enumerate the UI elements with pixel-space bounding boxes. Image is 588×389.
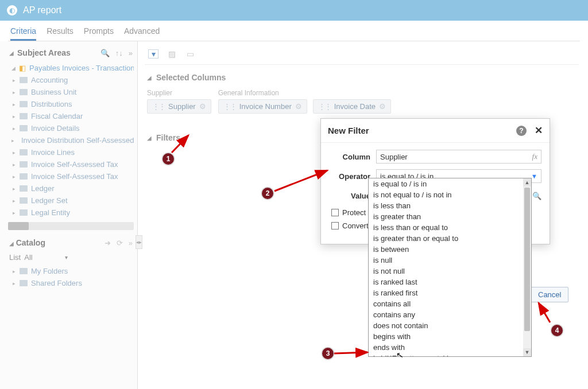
drag-handle-icon[interactable]: ⋮⋮ xyxy=(318,102,331,111)
properties-toolbar-icon[interactable]: ▭ xyxy=(185,49,195,59)
tab-criteria[interactable]: Criteria xyxy=(10,26,36,41)
checkbox-icon xyxy=(331,209,339,216)
selected-columns-title: Selected Columns xyxy=(156,73,226,82)
search-icon[interactable]: 🔍 xyxy=(532,192,541,200)
operator-option[interactable]: is less than xyxy=(369,200,531,211)
catalog-tree: ▸My Folders ▸Shared Folders xyxy=(8,265,134,289)
tree-node[interactable]: ▸Invoice Details xyxy=(8,122,134,134)
dialog-title: New Filter xyxy=(328,126,369,135)
refresh-icon[interactable]: ⟳ xyxy=(117,239,123,247)
group-label: Supplier xyxy=(147,88,211,98)
cube-icon: ◧ xyxy=(19,64,26,72)
column-label: Column xyxy=(329,153,370,161)
filters-title: Filters xyxy=(156,133,180,142)
app-header: ◐ AP report xyxy=(0,0,588,21)
operator-dropdown[interactable]: is equal to / is inis not equal to / is … xyxy=(368,178,532,357)
subject-areas-title: Subject Areas xyxy=(17,48,71,57)
step-marker-4: 4 xyxy=(551,325,563,336)
chart-toolbar-icon[interactable]: ▨ xyxy=(167,49,177,59)
gear-icon[interactable]: ⚙ xyxy=(199,102,206,111)
tree-node[interactable]: ▸Distributions xyxy=(8,98,134,110)
close-icon[interactable]: ✕ xyxy=(535,125,543,137)
folder-icon xyxy=(20,101,28,107)
folder-icon xyxy=(20,173,28,180)
operator-option[interactable]: is ranked first xyxy=(369,287,531,298)
horizontal-scrollbar[interactable] xyxy=(8,222,134,230)
folder-icon xyxy=(20,197,28,204)
tree-node[interactable]: ▸Legal Entity xyxy=(8,207,134,219)
operator-option[interactable]: is equal to / is in xyxy=(369,178,531,189)
pane-collapse-handle[interactable]: ◂▸ xyxy=(136,235,142,249)
folder-icon xyxy=(20,113,28,119)
cancel-button[interactable]: Cancel xyxy=(531,287,568,302)
list-label: List xyxy=(9,253,21,262)
chevron-down-icon: ▾ xyxy=(65,254,68,260)
help-icon[interactable]: ? xyxy=(516,126,527,136)
tree-root[interactable]: ◢ ◧ Payables Invoices - Transactions Rea… xyxy=(8,62,134,74)
more-icon[interactable]: » xyxy=(129,239,133,247)
arrow-icon[interactable]: ➜ xyxy=(105,239,111,247)
operator-option[interactable]: ends with xyxy=(369,342,531,353)
tree-node[interactable]: ▸Business Unit xyxy=(8,86,134,98)
operator-option[interactable]: contains all xyxy=(369,298,531,309)
page-title: AP report xyxy=(23,5,61,15)
folder-icon xyxy=(20,268,28,274)
operator-option[interactable]: does not contain xyxy=(369,320,531,331)
scroll-up-icon[interactable]: ▲ xyxy=(523,178,531,186)
collapse-icon[interactable]: ◢ xyxy=(9,50,14,56)
tree-node[interactable]: ▸Shared Folders xyxy=(8,277,134,289)
folder-icon xyxy=(20,149,28,155)
tree-node[interactable]: ▸Invoice Self-Assessed Tax xyxy=(8,158,134,170)
sort-icon[interactable]: ↑↓ xyxy=(115,49,123,57)
tab-prompts[interactable]: Prompts xyxy=(84,26,114,41)
column-chip-invoice-number[interactable]: ⋮⋮ Invoice Number ⚙ xyxy=(218,99,307,114)
catalog-title: Catalog xyxy=(16,238,45,247)
column-chip-invoice-date[interactable]: ⋮⋮ Invoice Date ⚙ xyxy=(313,99,391,114)
operator-option[interactable]: is greater than or equal to xyxy=(369,233,531,244)
operator-option[interactable]: is not equal to / is not in xyxy=(369,189,531,200)
scroll-down-icon[interactable]: ▼ xyxy=(523,348,531,356)
search-icon[interactable]: 🔍 xyxy=(100,49,110,57)
sidebar: ◢ Subject Areas 🔍 ↑↓ » ◢ ◧ Payables Invo… xyxy=(0,41,138,389)
operator-option[interactable]: is between xyxy=(369,244,531,255)
tree-node[interactable]: ▸Invoice Lines xyxy=(8,146,134,158)
operator-option[interactable]: is ranked last xyxy=(369,277,531,287)
folder-icon xyxy=(20,89,28,95)
tree-node[interactable]: ▸Invoice Self-Assessed Tax xyxy=(8,170,134,182)
column-field[interactable]: Supplier fx xyxy=(376,150,541,164)
tree-node[interactable]: ▸My Folders xyxy=(8,265,134,277)
gear-icon[interactable]: ⚙ xyxy=(379,102,386,111)
dropdown-scrollbar[interactable]: ▲ ▼ xyxy=(523,178,531,356)
collapse-icon[interactable]: ◢ xyxy=(147,135,152,141)
tree-node[interactable]: ▸Accounting xyxy=(8,74,134,86)
folder-icon xyxy=(20,185,28,192)
tab-results[interactable]: Results xyxy=(47,26,74,41)
folder-icon xyxy=(20,125,28,131)
fx-icon[interactable]: fx xyxy=(532,152,537,161)
operator-option[interactable]: is not null xyxy=(369,266,531,277)
operator-option[interactable]: is less than or equal to xyxy=(369,222,531,233)
operator-label: Operator xyxy=(329,172,370,181)
drag-handle-icon[interactable]: ⋮⋮ xyxy=(152,102,165,111)
tree-node[interactable]: ▸Invoice Distribution Self-Assessed Tax xyxy=(8,134,134,146)
drag-handle-icon[interactable]: ⋮⋮ xyxy=(223,102,236,111)
operator-option[interactable]: contains any xyxy=(369,309,531,320)
operator-option[interactable]: is null xyxy=(369,255,531,266)
operator-option[interactable]: is greater than xyxy=(369,211,531,222)
tree-node[interactable]: ▸Fiscal Calendar xyxy=(8,110,134,122)
step-marker-2: 2 xyxy=(262,188,273,199)
value-label: Value xyxy=(329,192,370,200)
operator-option[interactable]: is LIKE (pattern match) xyxy=(369,353,531,356)
column-chip-supplier[interactable]: ⋮⋮ Supplier ⚙ xyxy=(147,99,211,114)
list-select[interactable]: All ▾ xyxy=(24,253,68,262)
more-icon[interactable]: » xyxy=(129,49,133,57)
collapse-icon[interactable]: ◢ xyxy=(9,240,14,247)
gear-icon[interactable]: ⚙ xyxy=(295,102,302,111)
tab-advanced[interactable]: Advanced xyxy=(124,26,160,41)
operator-option[interactable]: begins with xyxy=(369,331,531,342)
filter-toolbar-icon[interactable]: ▾ xyxy=(148,49,158,59)
tree-node[interactable]: ▸Ledger Set xyxy=(8,194,134,207)
tree-node[interactable]: ▸Ledger xyxy=(8,182,134,194)
collapse-icon[interactable]: ◢ xyxy=(147,75,152,81)
step-marker-1: 1 xyxy=(163,153,174,165)
